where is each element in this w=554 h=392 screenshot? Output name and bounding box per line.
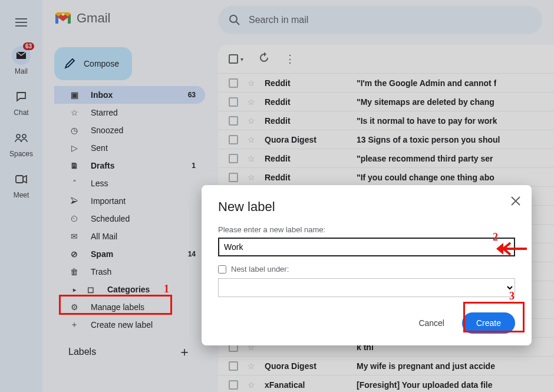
dialog-title: New label (218, 199, 515, 215)
close-button[interactable] (510, 196, 521, 209)
cancel-button[interactable]: Cancel (411, 314, 451, 332)
create-button[interactable]: Create (462, 312, 515, 334)
close-icon (510, 196, 521, 206)
nest-parent-select[interactable] (218, 278, 515, 297)
label-name-input[interactable] (218, 238, 515, 256)
nest-label-text: Nest label under: (231, 265, 289, 274)
new-label-dialog: New label Please enter a new label name:… (202, 185, 532, 345)
nest-checkbox[interactable] (218, 265, 226, 274)
label-name-prompt: Please enter a new label name: (218, 225, 515, 234)
